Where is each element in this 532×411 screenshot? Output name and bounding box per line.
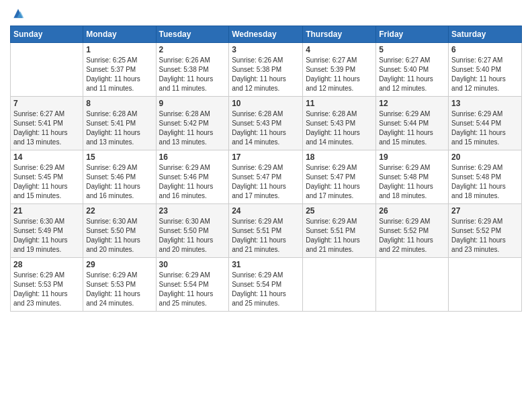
day-number: 9 xyxy=(159,99,226,108)
day-number: 7 xyxy=(13,99,80,108)
day-info: Sunrise: 6:29 AM Sunset: 5:46 PM Dayligh… xyxy=(86,163,152,201)
day-cell: 26Sunrise: 6:29 AM Sunset: 5:52 PM Dayli… xyxy=(376,204,449,258)
day-cell: 3Sunrise: 6:26 AM Sunset: 5:38 PM Daylig… xyxy=(229,43,303,97)
day-number: 31 xyxy=(232,260,300,269)
day-cell: 5Sunrise: 6:27 AM Sunset: 5:40 PM Daylig… xyxy=(376,43,449,97)
header-row: SundayMondayTuesdayWednesdayThursdayFrid… xyxy=(11,26,522,43)
day-cell: 21Sunrise: 6:30 AM Sunset: 5:49 PM Dayli… xyxy=(11,204,83,258)
day-number: 10 xyxy=(232,99,300,108)
day-info: Sunrise: 6:27 AM Sunset: 5:40 PM Dayligh… xyxy=(451,56,519,93)
day-cell xyxy=(303,258,376,312)
day-info: Sunrise: 6:29 AM Sunset: 5:54 PM Dayligh… xyxy=(159,271,226,308)
day-info: Sunrise: 6:29 AM Sunset: 5:51 PM Dayligh… xyxy=(232,217,300,255)
day-cell: 12Sunrise: 6:29 AM Sunset: 5:44 PM Dayli… xyxy=(376,97,449,150)
day-cell: 15Sunrise: 6:29 AM Sunset: 5:46 PM Dayli… xyxy=(83,150,156,204)
day-info: Sunrise: 6:27 AM Sunset: 5:41 PM Dayligh… xyxy=(13,109,80,147)
header-day: Sunday xyxy=(11,26,83,43)
day-cell: 9Sunrise: 6:28 AM Sunset: 5:42 PM Daylig… xyxy=(156,97,229,150)
logo xyxy=(10,7,25,20)
day-info: Sunrise: 6:25 AM Sunset: 5:37 PM Dayligh… xyxy=(86,56,152,93)
day-info: Sunrise: 6:29 AM Sunset: 5:47 PM Dayligh… xyxy=(306,163,373,201)
day-info: Sunrise: 6:30 AM Sunset: 5:50 PM Dayligh… xyxy=(86,217,152,255)
day-info: Sunrise: 6:28 AM Sunset: 5:43 PM Dayligh… xyxy=(306,109,373,147)
day-number: 21 xyxy=(13,206,80,216)
page: SundayMondayTuesdayWednesdayThursdayFrid… xyxy=(0,0,532,318)
day-info: Sunrise: 6:29 AM Sunset: 5:47 PM Dayligh… xyxy=(232,163,300,201)
day-number: 12 xyxy=(379,99,445,108)
day-cell: 4Sunrise: 6:27 AM Sunset: 5:39 PM Daylig… xyxy=(303,43,376,97)
day-info: Sunrise: 6:26 AM Sunset: 5:38 PM Dayligh… xyxy=(159,56,226,93)
day-cell: 29Sunrise: 6:29 AM Sunset: 5:53 PM Dayli… xyxy=(83,258,156,312)
day-info: Sunrise: 6:29 AM Sunset: 5:46 PM Dayligh… xyxy=(159,163,226,201)
header xyxy=(10,7,522,20)
day-cell xyxy=(376,258,449,312)
day-info: Sunrise: 6:29 AM Sunset: 5:54 PM Dayligh… xyxy=(232,271,300,308)
day-cell: 6Sunrise: 6:27 AM Sunset: 5:40 PM Daylig… xyxy=(449,43,522,97)
day-number: 24 xyxy=(232,206,300,216)
day-info: Sunrise: 6:29 AM Sunset: 5:53 PM Dayligh… xyxy=(86,271,152,308)
week-row: 1Sunrise: 6:25 AM Sunset: 5:37 PM Daylig… xyxy=(11,43,522,97)
day-number: 8 xyxy=(86,99,152,108)
header-day: Saturday xyxy=(449,26,522,43)
day-number: 5 xyxy=(379,45,445,54)
day-number: 13 xyxy=(451,99,519,108)
day-cell xyxy=(11,43,83,97)
day-cell: 25Sunrise: 6:29 AM Sunset: 5:51 PM Dayli… xyxy=(303,204,376,258)
header-day: Monday xyxy=(83,26,156,43)
day-info: Sunrise: 6:29 AM Sunset: 5:51 PM Dayligh… xyxy=(306,217,373,255)
day-cell: 7Sunrise: 6:27 AM Sunset: 5:41 PM Daylig… xyxy=(11,97,83,150)
day-cell xyxy=(449,258,522,312)
day-number: 23 xyxy=(159,206,226,216)
day-number: 14 xyxy=(13,152,80,162)
day-number: 28 xyxy=(13,260,80,269)
day-number: 26 xyxy=(379,206,445,216)
day-info: Sunrise: 6:29 AM Sunset: 5:44 PM Dayligh… xyxy=(379,109,445,147)
day-info: Sunrise: 6:28 AM Sunset: 5:41 PM Dayligh… xyxy=(86,109,152,147)
day-number: 30 xyxy=(159,260,226,269)
day-info: Sunrise: 6:28 AM Sunset: 5:43 PM Dayligh… xyxy=(232,109,300,147)
day-info: Sunrise: 6:30 AM Sunset: 5:50 PM Dayligh… xyxy=(159,217,226,255)
calendar-table: SundayMondayTuesdayWednesdayThursdayFrid… xyxy=(10,26,522,312)
day-info: Sunrise: 6:27 AM Sunset: 5:40 PM Dayligh… xyxy=(379,56,445,93)
day-cell: 30Sunrise: 6:29 AM Sunset: 5:54 PM Dayli… xyxy=(156,258,229,312)
day-number: 27 xyxy=(451,206,519,216)
day-info: Sunrise: 6:29 AM Sunset: 5:53 PM Dayligh… xyxy=(13,271,80,308)
day-cell: 11Sunrise: 6:28 AM Sunset: 5:43 PM Dayli… xyxy=(303,97,376,150)
day-info: Sunrise: 6:29 AM Sunset: 5:52 PM Dayligh… xyxy=(379,217,445,255)
week-row: 14Sunrise: 6:29 AM Sunset: 5:45 PM Dayli… xyxy=(11,150,522,204)
day-cell: 22Sunrise: 6:30 AM Sunset: 5:50 PM Dayli… xyxy=(83,204,156,258)
day-cell: 17Sunrise: 6:29 AM Sunset: 5:47 PM Dayli… xyxy=(229,150,303,204)
day-cell: 31Sunrise: 6:29 AM Sunset: 5:54 PM Dayli… xyxy=(229,258,303,312)
day-cell: 27Sunrise: 6:29 AM Sunset: 5:52 PM Dayli… xyxy=(449,204,522,258)
day-number: 15 xyxy=(86,152,152,162)
day-info: Sunrise: 6:29 AM Sunset: 5:45 PM Dayligh… xyxy=(13,163,80,201)
logo-text xyxy=(10,7,25,20)
day-cell: 13Sunrise: 6:29 AM Sunset: 5:44 PM Dayli… xyxy=(449,97,522,150)
day-number: 22 xyxy=(86,206,152,216)
day-number: 1 xyxy=(86,45,152,54)
day-info: Sunrise: 6:27 AM Sunset: 5:39 PM Dayligh… xyxy=(306,56,373,93)
day-info: Sunrise: 6:26 AM Sunset: 5:38 PM Dayligh… xyxy=(232,56,300,93)
day-info: Sunrise: 6:28 AM Sunset: 5:42 PM Dayligh… xyxy=(159,109,226,147)
day-number: 3 xyxy=(232,45,300,54)
day-cell: 28Sunrise: 6:29 AM Sunset: 5:53 PM Dayli… xyxy=(11,258,83,312)
day-number: 16 xyxy=(159,152,226,162)
day-number: 29 xyxy=(86,260,152,269)
day-cell: 19Sunrise: 6:29 AM Sunset: 5:48 PM Dayli… xyxy=(376,150,449,204)
week-row: 21Sunrise: 6:30 AM Sunset: 5:49 PM Dayli… xyxy=(11,204,522,258)
day-cell: 18Sunrise: 6:29 AM Sunset: 5:47 PM Dayli… xyxy=(303,150,376,204)
day-number: 19 xyxy=(379,152,445,162)
header-day: Friday xyxy=(376,26,449,43)
day-cell: 10Sunrise: 6:28 AM Sunset: 5:43 PM Dayli… xyxy=(229,97,303,150)
day-number: 25 xyxy=(306,206,373,216)
day-cell: 20Sunrise: 6:29 AM Sunset: 5:48 PM Dayli… xyxy=(449,150,522,204)
day-info: Sunrise: 6:30 AM Sunset: 5:49 PM Dayligh… xyxy=(13,217,80,255)
day-info: Sunrise: 6:29 AM Sunset: 5:44 PM Dayligh… xyxy=(451,109,519,147)
week-row: 28Sunrise: 6:29 AM Sunset: 5:53 PM Dayli… xyxy=(11,258,522,312)
logo-icon xyxy=(11,7,25,20)
day-cell: 2Sunrise: 6:26 AM Sunset: 5:38 PM Daylig… xyxy=(156,43,229,97)
day-info: Sunrise: 6:29 AM Sunset: 5:48 PM Dayligh… xyxy=(451,163,519,201)
day-number: 6 xyxy=(451,45,519,54)
day-info: Sunrise: 6:29 AM Sunset: 5:48 PM Dayligh… xyxy=(379,163,445,201)
day-cell: 23Sunrise: 6:30 AM Sunset: 5:50 PM Dayli… xyxy=(156,204,229,258)
